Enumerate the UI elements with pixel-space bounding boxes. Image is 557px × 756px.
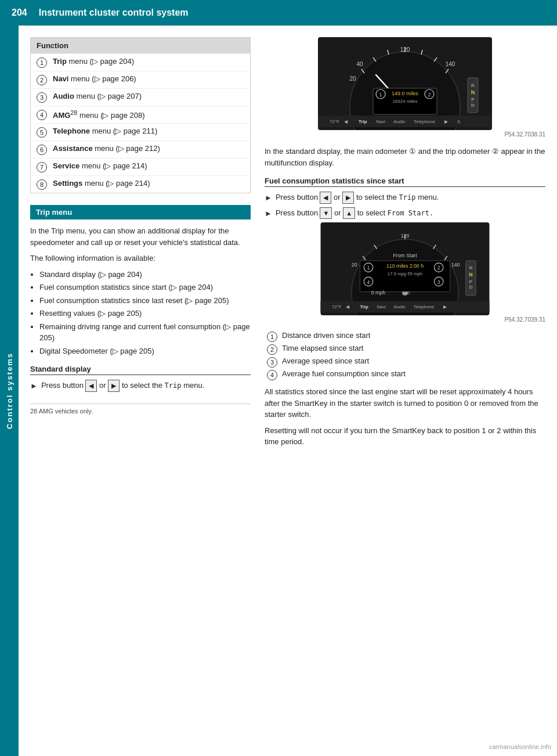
svg-text:17.9 mpg      55 mph: 17.9 mpg 55 mph xyxy=(388,271,422,276)
left-btn[interactable]: ◀ xyxy=(320,192,331,204)
menu-label-service: Service xyxy=(53,161,79,170)
bullet-list: Standard display (▷ page 204) Fuel consu… xyxy=(39,269,251,357)
svg-text:N: N xyxy=(471,89,475,95)
list-item: Standard display (▷ page 204) xyxy=(39,269,251,280)
svg-text:R: R xyxy=(471,83,475,88)
left-column: Function 1 Trip menu (▷ page 204) 2 Navi… xyxy=(30,37,251,452)
svg-text:From Start: From Start xyxy=(393,253,417,258)
svg-text:Navi: Navi xyxy=(377,304,386,309)
svg-text:1: 1 xyxy=(367,265,370,271)
diagram1-container: 20 40 120 140 1 2 149.0 miles 18324 mile… xyxy=(265,37,545,138)
circle-1: 1 xyxy=(37,57,47,68)
side-label: Control systems xyxy=(0,26,19,756)
trip-code: Trip xyxy=(165,381,182,390)
left-arrow-button[interactable]: ◀ xyxy=(85,380,97,392)
fuel-stats-title: Fuel consumption statistics since start xyxy=(265,177,545,187)
svg-text:N: N xyxy=(469,272,472,278)
watermark: carmanualsonline.info xyxy=(489,743,551,750)
menu-label-settings: Settings xyxy=(53,179,82,188)
circle-2: 2 xyxy=(37,75,47,85)
right-column: 20 40 120 140 1 2 149.0 miles 18324 mile… xyxy=(265,37,545,452)
table-row: 3 Audio menu (▷ page 207) xyxy=(31,88,250,106)
right-btn[interactable]: ▶ xyxy=(342,192,354,204)
svg-text:◀: ◀ xyxy=(346,304,350,309)
table-row: 6 Assistance menu (▷ page 212) xyxy=(31,141,250,158)
menu-label-amg: AMG xyxy=(53,111,70,120)
standard-display-title: Standard display xyxy=(30,365,251,375)
arrow-icon: ► xyxy=(265,192,272,204)
svg-text:4: 4 xyxy=(367,279,370,285)
diagram2-caption: P54.32.7039.31 xyxy=(265,316,545,323)
svg-text:P: P xyxy=(471,97,474,102)
svg-text:72°F: 72°F xyxy=(332,304,342,309)
svg-text:0 mph: 0 mph xyxy=(371,290,385,296)
svg-text:Trip: Trip xyxy=(359,119,367,124)
svg-text:1: 1 xyxy=(379,92,382,98)
arrow-icon: ► xyxy=(265,208,272,219)
page-body: Function 1 Trip menu (▷ page 204) 2 Navi… xyxy=(19,26,557,464)
up-btn[interactable]: ▲ xyxy=(343,207,355,219)
instruction-row-1: ► Press button ◀ or ▶ to select the Trip… xyxy=(30,380,251,392)
diagram1-text: In the standard display, the main odomet… xyxy=(265,146,545,168)
svg-text:18324 miles: 18324 miles xyxy=(392,99,417,104)
legend-circle-3: 3 xyxy=(267,357,277,368)
diagram2-container: 20 120 140 From Start 1 2 110 miles 2:00… xyxy=(265,222,545,323)
function-table: Function 1 Trip menu (▷ page 204) 2 Navi… xyxy=(30,37,251,193)
fuel-instruction-2: ► Press button ▼ or ▲ to select From Sta… xyxy=(265,207,545,219)
arrow-icon: ► xyxy=(30,380,38,392)
legend-list: 1 Distance driven since start 2 Time ela… xyxy=(267,331,545,380)
svg-text:Audio: Audio xyxy=(393,119,406,124)
table-row: 8 Settings menu (▷ page 214) xyxy=(31,175,250,193)
svg-text:20: 20 xyxy=(352,262,357,268)
svg-text:140: 140 xyxy=(446,61,455,67)
diagram1-caption: P54.32.7038.31 xyxy=(265,131,545,138)
svg-text:110 miles   2:00 h: 110 miles 2:00 h xyxy=(386,263,424,269)
svg-text:160: 160 xyxy=(402,290,410,296)
legend-item-1: 1 Distance driven since start xyxy=(267,331,545,342)
table-row: 5 Telephone menu (▷ page 211) xyxy=(31,123,250,141)
page-header: 204 Instrument cluster control system xyxy=(0,0,557,26)
down-btn[interactable]: ▼ xyxy=(320,207,332,219)
menu-label-trip: Trip xyxy=(53,57,67,66)
circle-8: 8 xyxy=(37,179,47,190)
svg-text:2: 2 xyxy=(428,92,431,98)
svg-text:P: P xyxy=(469,279,472,285)
fuel-instruction-1: ► Press button ◀ or ▶ to select the Trip… xyxy=(265,192,545,204)
svg-text:Audio: Audio xyxy=(394,304,406,309)
list-item: Fuel consumption statistics since last r… xyxy=(39,295,251,307)
legend-circle-1: 1 xyxy=(267,332,277,342)
list-item: Digital Speedometer (▷ page 205) xyxy=(39,345,251,357)
svg-text:▶: ▶ xyxy=(444,119,449,124)
diagram2-svg: 20 120 140 From Start 1 2 110 miles 2:00… xyxy=(318,222,492,315)
svg-text:▶: ▶ xyxy=(443,304,447,309)
svg-text:120: 120 xyxy=(400,46,410,53)
svg-text:149.0 miles: 149.0 miles xyxy=(392,91,419,96)
list-item: Resetting values (▷ page 205) xyxy=(39,308,251,319)
svg-text:40: 40 xyxy=(356,61,363,67)
svg-text:20: 20 xyxy=(349,75,356,82)
diagram1-svg: 20 40 120 140 1 2 149.0 miles 18324 mile… xyxy=(318,37,492,130)
right-arrow-button[interactable]: ▶ xyxy=(108,380,120,392)
stats-note2: Resetting will not occur if you turn the… xyxy=(265,425,545,448)
legend-item-3: 3 Average speed since start xyxy=(267,357,545,368)
page-number: 204 xyxy=(12,8,27,18)
trip-menu-header: Trip menu xyxy=(30,205,251,219)
svg-text:Navi: Navi xyxy=(376,119,385,124)
trip-menu-intro: In the Trip menu, you can show an additi… xyxy=(30,225,251,248)
svg-text:72°F: 72°F xyxy=(330,119,339,124)
legend-item-4: 4 Average fuel consumption since start xyxy=(267,369,545,380)
svg-text:D: D xyxy=(471,103,475,108)
svg-text:Telephone: Telephone xyxy=(414,119,435,124)
list-item: Remaining driving range and current fuel… xyxy=(39,321,251,344)
legend-circle-2: 2 xyxy=(267,344,277,355)
available-label: The following information is available: xyxy=(30,253,251,264)
menu-label-assistance: Assistance xyxy=(53,144,93,153)
stats-note1: All statistics stored since the last eng… xyxy=(265,386,545,420)
legend-circle-4: 4 xyxy=(267,370,277,380)
svg-text:S: S xyxy=(457,119,460,124)
table-row: 4 AMG28 menu (▷ page 208) xyxy=(31,106,250,123)
svg-text:D: D xyxy=(469,285,473,290)
svg-text:120: 120 xyxy=(401,233,410,239)
from-start-code: From Start. xyxy=(388,209,433,217)
svg-text:3: 3 xyxy=(437,279,440,285)
